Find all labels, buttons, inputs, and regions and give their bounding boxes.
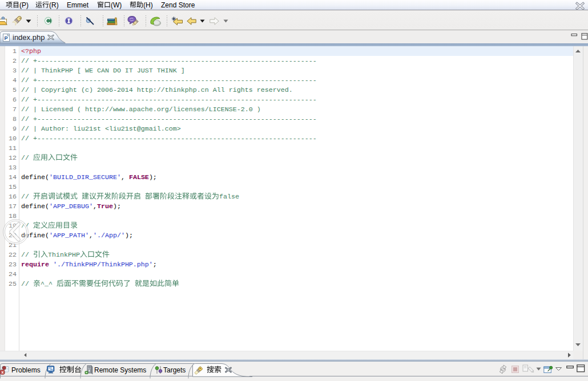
svg-text:x: x <box>1 370 3 374</box>
svg-text:P: P <box>5 35 8 41</box>
